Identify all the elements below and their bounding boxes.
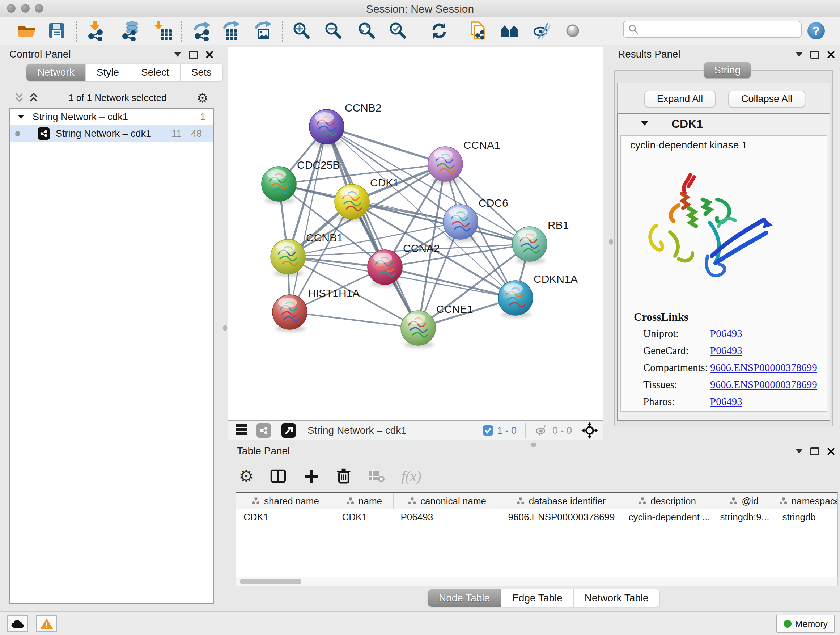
table-cell[interactable]: cyclin-dependent ...: [622, 509, 713, 525]
collapse-panel-icon[interactable]: [796, 449, 802, 454]
first-neighbors-icon[interactable]: [499, 21, 519, 41]
import-network-file-icon[interactable]: [85, 21, 106, 41]
table-cell[interactable]: CDK1: [335, 509, 393, 525]
column-header-namespace[interactable]: namespace: [775, 493, 838, 509]
warnings-button[interactable]: [36, 616, 57, 632]
tab-select[interactable]: Select: [130, 64, 180, 81]
table-row[interactable]: CDK1CDK1P064939606.ENSP00000378699cyclin…: [236, 509, 838, 525]
column-header-canonicalname[interactable]: canonical name: [393, 493, 501, 509]
import-network-database-icon[interactable]: [120, 21, 141, 41]
tab-network[interactable]: Network: [27, 64, 86, 81]
network-node-ccne1[interactable]: CCNE1: [401, 303, 473, 348]
close-panel-icon[interactable]: [827, 448, 835, 455]
float-panel-icon[interactable]: [810, 448, 819, 455]
import-table-file-icon[interactable]: [153, 21, 173, 41]
network-row[interactable]: String Network – cdk1 11 48: [10, 125, 213, 142]
table-cell[interactable]: stringdb: [775, 509, 838, 525]
network-node-cdkn1a[interactable]: CDKN1A: [498, 273, 578, 318]
close-panel-icon[interactable]: [827, 51, 835, 58]
tab-string[interactable]: String: [704, 62, 751, 78]
collapse-all-button[interactable]: Collapse All: [728, 90, 805, 108]
add-icon[interactable]: [303, 468, 319, 485]
table-options-gear-icon[interactable]: ⚙: [239, 466, 254, 486]
float-panel-icon[interactable]: [810, 51, 819, 59]
network-list-options-gear-icon[interactable]: ⚙: [197, 90, 208, 105]
collapse-panel-icon[interactable]: [796, 52, 802, 57]
node-table-body[interactable]: CDK1CDK1P064939606.ENSP00000378699cyclin…: [236, 509, 838, 525]
zoom-in-icon[interactable]: [292, 21, 312, 41]
cloud-button[interactable]: [7, 616, 28, 632]
node-table-header[interactable]: shared namenamecanonical namedatabase id…: [236, 493, 838, 509]
crosslink-link[interactable]: P06493: [710, 396, 742, 407]
crosslink-link[interactable]: P06493: [710, 345, 742, 356]
crosslink-link[interactable]: 9606.ENSP00000378699: [710, 362, 817, 373]
expand-all-networks-icon[interactable]: [29, 92, 38, 103]
hide-selection-icon[interactable]: [532, 21, 552, 41]
collapse-panel-icon[interactable]: [174, 52, 181, 57]
zoom-selected-icon[interactable]: [388, 21, 408, 41]
network-node-ccna1[interactable]: CCNA1: [428, 139, 500, 184]
table-cell[interactable]: stringdb:9...: [713, 509, 775, 525]
new-network-from-selection-icon[interactable]: [468, 21, 488, 41]
refresh-icon[interactable]: [429, 21, 449, 41]
node-table[interactable]: shared namenamecanonical namedatabase id…: [236, 492, 838, 586]
tab-sets[interactable]: Sets: [180, 64, 223, 81]
crosslink-label: GeneCard:: [643, 345, 710, 356]
export-network-icon[interactable]: [192, 21, 212, 41]
string-network-graph[interactable]: CCNB2CCNA1CDC25BCDK1CDC6RB1CCNB1CCNA2CDK…: [228, 47, 603, 420]
tab-edge-table[interactable]: Edge Table: [501, 589, 574, 607]
tab-style[interactable]: Style: [86, 64, 130, 81]
column-header-sharedname[interactable]: shared name: [236, 493, 335, 509]
table-cell[interactable]: CDK1: [236, 509, 335, 525]
network-node-hist1h1a[interactable]: HIST1H1A: [272, 287, 360, 332]
selected-checkbox-icon[interactable]: [483, 425, 493, 436]
export-table-icon[interactable]: [221, 21, 241, 41]
show-columns-icon[interactable]: [270, 467, 287, 485]
selection-info: 1 - 0 0 - 0: [483, 422, 603, 439]
open-session-icon[interactable]: [16, 21, 36, 41]
column-header-id[interactable]: @id: [713, 493, 775, 509]
show-all-icon[interactable]: [562, 21, 583, 41]
column-header-description[interactable]: description: [622, 493, 713, 509]
tab-network-table[interactable]: Network Table: [574, 589, 660, 607]
splitter-handle[interactable]: [609, 239, 613, 245]
tree-expander-icon[interactable]: [18, 115, 24, 119]
function-builder-icon: f(x): [401, 468, 422, 485]
column-header-name[interactable]: name: [335, 493, 393, 509]
hscroll-thumb[interactable]: [240, 578, 302, 584]
string-view-icon[interactable]: [256, 423, 271, 438]
splitter-handle[interactable]: [223, 325, 227, 331]
zoom-out-icon[interactable]: [324, 21, 344, 41]
network-canvas[interactable]: CCNB2CCNA1CDC25BCDK1CDC6RB1CCNB1CCNA2CDK…: [228, 47, 603, 421]
network-node-cdc6[interactable]: CDC6: [443, 197, 508, 242]
crosslinks-title: CrossLinks: [634, 310, 688, 324]
protein-structure-image: [635, 165, 780, 306]
table-cell[interactable]: P06493: [393, 509, 501, 525]
delete-icon[interactable]: [335, 467, 352, 485]
network-collection-row[interactable]: String Network – cdk1 1: [10, 109, 213, 125]
column-header-databaseidentifier[interactable]: database identifier: [501, 493, 622, 509]
float-panel-icon[interactable]: [189, 51, 198, 59]
help-button[interactable]: ?: [806, 21, 826, 41]
crosshair-icon[interactable]: [581, 422, 598, 439]
splitter-handle[interactable]: [531, 443, 537, 447]
search-input[interactable]: [639, 24, 801, 35]
tab-node-table[interactable]: Node Table: [428, 589, 501, 607]
close-panel-icon[interactable]: [206, 51, 213, 58]
table-cell[interactable]: 9606.ENSP00000378699: [501, 509, 622, 525]
save-session-icon[interactable]: [47, 21, 67, 41]
network-node-rb1[interactable]: RB1: [512, 219, 569, 264]
collapse-all-networks-icon[interactable]: [14, 92, 24, 103]
crosslink-link[interactable]: 9606.ENSP00000378699: [710, 379, 817, 390]
memory-button[interactable]: Memory: [776, 615, 835, 633]
birds-eye-view-icon[interactable]: [281, 423, 296, 438]
expand-all-button[interactable]: Expand All: [644, 90, 715, 108]
grid-view-icon[interactable]: [235, 423, 248, 438]
protein-expander-icon[interactable]: [641, 121, 648, 126]
table-hscrollbar[interactable]: [236, 577, 838, 586]
status-bar: Memory: [0, 611, 840, 635]
zoom-fit-icon[interactable]: [357, 21, 377, 41]
export-image-icon[interactable]: [253, 21, 273, 41]
column-type-icon: [408, 497, 416, 505]
crosslink-link[interactable]: P06493: [710, 328, 742, 339]
